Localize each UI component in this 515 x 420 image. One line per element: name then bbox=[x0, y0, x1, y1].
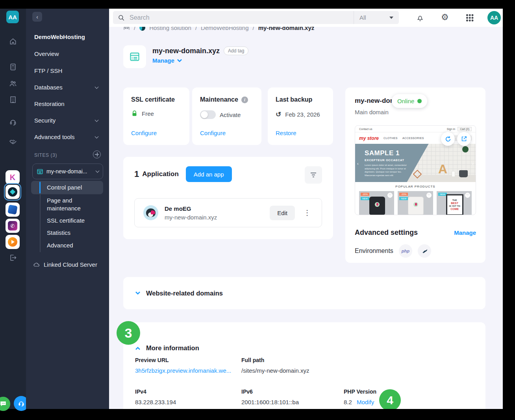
php-version-value: 8.2 Modify bbox=[344, 399, 376, 405]
global-search[interactable]: All bbox=[113, 11, 399, 24]
sidebar-subitem-ssl-certificate[interactable]: SSL certificate bbox=[47, 217, 85, 224]
breadcrumb-hosting-solution[interactable]: Hosting solution bbox=[149, 27, 191, 31]
chat-bubble-button[interactable] bbox=[0, 397, 10, 411]
sidebar-item-security[interactable]: Security bbox=[34, 117, 103, 125]
applications-card: 1 Application Add an app De moEG my-new-… bbox=[123, 157, 333, 239]
sidebar-subitem-page-maintenance[interactable]: Page and maintenance bbox=[47, 197, 91, 212]
active-item-indicator bbox=[39, 182, 41, 193]
online-dot bbox=[417, 99, 422, 103]
users-icon[interactable] bbox=[9, 80, 17, 87]
carousel-prev-icon: ‹ bbox=[357, 161, 359, 166]
product-tile: -20% NEW ♡ bbox=[359, 191, 394, 215]
website-related-domains-title: Website-related domains bbox=[146, 290, 223, 297]
ssl-status: Free bbox=[142, 110, 154, 117]
media-app-icon[interactable] bbox=[6, 235, 20, 249]
breadcrumb-current: my-new-domain.xyz bbox=[258, 27, 315, 31]
sidebar-item-advanced-tools[interactable]: Advanced tools bbox=[34, 133, 103, 141]
app-window: AA K ✆ bbox=[0, 0, 515, 420]
home-icon[interactable] bbox=[123, 27, 130, 31]
more-information-title: More information bbox=[146, 344, 199, 352]
advanced-settings-manage-link[interactable]: Manage bbox=[454, 229, 476, 236]
search-input[interactable] bbox=[129, 14, 341, 22]
sidebar-subitem-advanced[interactable]: Advanced bbox=[47, 242, 73, 249]
add-tag-button[interactable]: Add tag bbox=[224, 46, 248, 55]
breadcrumb-separator: / bbox=[134, 27, 135, 31]
hosting-brand-icon bbox=[139, 27, 145, 31]
refresh-preview-button[interactable] bbox=[441, 132, 455, 146]
website-related-domains-card[interactable]: Website-related domains bbox=[123, 277, 485, 309]
product-tile: NEW ♡ THE BEST IS YET TO COME bbox=[437, 191, 472, 215]
breadcrumb: / Hosting solution / DemoWebHosting / my… bbox=[123, 27, 314, 31]
main-domain-card: my-new-domain.xyz Main domain Contact us… bbox=[345, 87, 485, 263]
domain-card-subtitle: Main domain bbox=[355, 109, 476, 115]
building-icon[interactable] bbox=[9, 96, 17, 104]
sidebar-item-ftp-ssh[interactable]: FTP / SSH bbox=[34, 67, 62, 75]
phone-app-icon[interactable]: ✆ bbox=[6, 219, 20, 233]
php-version-label: PHP Version bbox=[344, 388, 376, 395]
maintenance-card-title: Maintenance bbox=[200, 96, 238, 103]
more-information-header[interactable]: More information bbox=[135, 344, 474, 352]
status-badge: Online bbox=[392, 94, 427, 108]
edit-app-button[interactable]: Edit bbox=[270, 206, 295, 220]
site-selector-dropdown[interactable]: my-new-domai... bbox=[32, 164, 103, 179]
history-icon: ↺ bbox=[276, 110, 281, 119]
filter-button[interactable] bbox=[305, 166, 322, 184]
breadcrumb-demowebhosting[interactable]: DemoWebHosting bbox=[201, 27, 248, 31]
brand-logo[interactable]: AA bbox=[6, 11, 19, 23]
backup-card: Last backup ↺ Feb 23, 2026 Restore bbox=[268, 87, 333, 145]
annotation-step-3: 3 bbox=[117, 321, 140, 345]
ksuite-app-icon[interactable]: K bbox=[6, 170, 20, 184]
heart-icon: ♡ bbox=[387, 193, 393, 198]
sidebar-item-restoration[interactable]: Restoration bbox=[34, 100, 65, 108]
ssl-card-title: SSL certificate bbox=[131, 96, 182, 103]
search-scope-dropdown[interactable]: All bbox=[354, 11, 399, 24]
sites-section-label: SITES (3) bbox=[34, 152, 57, 158]
maintenance-toggle[interactable] bbox=[200, 110, 216, 119]
calculator-icon[interactable] bbox=[9, 63, 17, 71]
settings-gear-icon[interactable]: ⚙ bbox=[441, 12, 449, 22]
filter-icon bbox=[310, 172, 317, 178]
breadcrumb-separator: / bbox=[253, 27, 254, 31]
app-grid-icon[interactable] bbox=[466, 14, 474, 22]
user-avatar[interactable]: AA bbox=[487, 11, 501, 24]
preview-hero-banner: A SAMPLE 1 EXCEPTEUR OCCAECAT Lorem ipsu… bbox=[355, 144, 476, 182]
sidebar-item-databases[interactable]: Databases bbox=[34, 84, 103, 91]
logout-icon[interactable] bbox=[9, 254, 17, 262]
notifications-bell-icon[interactable] bbox=[416, 13, 424, 22]
handshake-icon[interactable] bbox=[9, 138, 17, 146]
cube-app-icon[interactable] bbox=[6, 203, 20, 217]
kebab-menu-icon[interactable]: ⋮ bbox=[301, 207, 313, 219]
sidebar-item-linked-cloud-server[interactable]: Linked Cloud Server bbox=[33, 261, 97, 268]
mariadb-env-icon[interactable] bbox=[418, 244, 431, 258]
manage-dropdown[interactable]: Manage bbox=[152, 57, 182, 64]
maintenance-configure-link[interactable]: Configure bbox=[200, 130, 226, 136]
website-icon bbox=[129, 51, 140, 62]
full-path-value: /sites/my-new-domain.xyz bbox=[241, 367, 309, 374]
sidebar-item-overview[interactable]: Overview bbox=[34, 50, 59, 58]
heart-icon: ♡ bbox=[426, 193, 432, 198]
info-icon[interactable]: i bbox=[241, 97, 248, 103]
ssl-configure-link[interactable]: Configure bbox=[131, 130, 157, 136]
add-an-app-button[interactable]: Add an app bbox=[186, 166, 232, 182]
backup-restore-link[interactable]: Restore bbox=[276, 130, 296, 136]
php-modify-link[interactable]: Modify bbox=[357, 399, 374, 405]
open-site-button[interactable] bbox=[457, 132, 471, 146]
collapse-sidebar-button[interactable]: ‹ bbox=[32, 12, 42, 22]
add-site-icon[interactable] bbox=[93, 151, 101, 158]
home-icon[interactable] bbox=[9, 37, 17, 45]
heart-icon: ♡ bbox=[465, 193, 470, 198]
ipv6-label: IPv6 bbox=[241, 388, 299, 395]
support-headset-icon[interactable] bbox=[9, 118, 17, 126]
sidebar-subitem-control-panel[interactable]: Control panel bbox=[47, 184, 82, 191]
main-content: / Hosting solution / DemoWebHosting / my… bbox=[109, 27, 503, 409]
hero-text: Lorem ipsum dolor sit amet, consectetur … bbox=[365, 164, 412, 177]
preview-cart: Cart (0) bbox=[458, 127, 472, 131]
php-env-icon[interactable]: php bbox=[399, 244, 412, 258]
candle-decor bbox=[452, 171, 455, 177]
preview-url-value[interactable]: 3h5rfzbzigx.preview.infomaniak.we... bbox=[135, 367, 231, 374]
page-title: my-new-domain.xyz bbox=[152, 47, 220, 55]
hosting-app-icon-active[interactable] bbox=[4, 183, 21, 201]
application-row[interactable]: De moEG my-new-domain.xyz Edit ⋮ bbox=[134, 198, 322, 227]
sidebar-subitem-statistics[interactable]: Statistics bbox=[47, 229, 70, 236]
preview-nav-accessories: ACCESSORIES bbox=[402, 137, 424, 139]
